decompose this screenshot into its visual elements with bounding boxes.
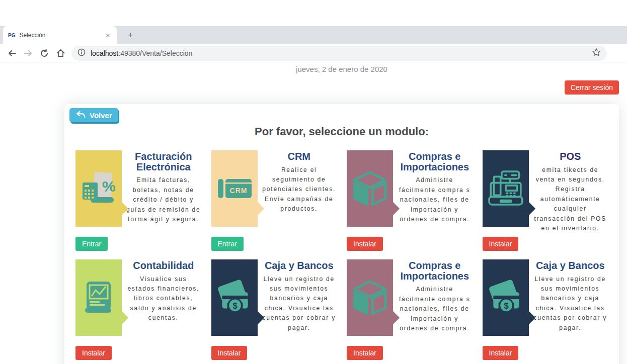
tab-close-icon[interactable]: × [104, 31, 112, 40]
svg-text:%: % [102, 178, 116, 195]
module-title: POS [533, 151, 608, 162]
new-tab-button[interactable]: + [124, 29, 137, 42]
home-icon[interactable] [52, 45, 68, 61]
url-path: :49380/Venta/Seleccion [118, 49, 192, 57]
back-icon[interactable] [4, 45, 20, 61]
module-card-facturacion: % Facturación Electrónica Emita facturas… [75, 150, 201, 251]
module-description: Visualice sus estados financieros, libro… [126, 275, 201, 323]
module-card-compras-2: Compras e Importaciones Administre fácil… [347, 259, 473, 360]
bank-card-icon: $ [483, 259, 529, 336]
logout-button[interactable]: Cerrar sesión [565, 80, 619, 95]
module-title: Caja y Bancos [262, 260, 337, 271]
module-title: Facturación Electrónica [126, 151, 201, 172]
module-description: Administre fácilmente compra s nacionale… [397, 285, 473, 333]
page-info-icon[interactable] [77, 48, 86, 58]
tab-title: Selección [19, 32, 104, 39]
page-title: Por favor, seleccione un modulo: [64, 125, 619, 138]
module-card-pos: POS emita tikects de venta en segundos. … [483, 150, 608, 251]
module-description: Realice el seguimiento de potenciales cl… [262, 165, 337, 214]
svg-text:$: $ [504, 301, 508, 310]
tab-strip: PG Selección × + [0, 26, 627, 44]
install-button[interactable]: Instalar [75, 346, 112, 360]
module-title: Compras e Importaciones [397, 151, 473, 172]
address-bar[interactable]: localhost:49380/Venta/Seleccion [71, 46, 607, 61]
module-title: CRM [262, 151, 337, 162]
module-card-compras: Compras e Importaciones Administre fácil… [347, 150, 473, 251]
module-grid: % Facturación Electrónica Emita facturas… [64, 138, 619, 360]
module-description: Emita facturas, boletas, notas de crédit… [126, 175, 201, 224]
current-date: jueves, 2 de enero de 2020 [64, 65, 619, 73]
module-description: emita tikects de venta en segundos. Regi… [533, 165, 608, 234]
site-favicon: PG [8, 33, 15, 38]
enter-button[interactable]: Entrar [75, 237, 108, 251]
invoice-calculator-icon: % [75, 150, 122, 227]
module-card-caja-2: $ Caja y Bancos Lleve un registro de sus… [483, 259, 608, 360]
module-card-crm: CRM CRM Realice el seguimiento de potenc… [211, 150, 337, 251]
cash-register-icon [483, 150, 529, 227]
module-selection-panel: Volver Por favor, seleccione un modulo: [64, 104, 619, 364]
module-title: Compras e Importaciones [397, 260, 473, 281]
back-button-label: Volver [90, 111, 112, 120]
cube-icon [347, 150, 393, 227]
bank-card-icon: $ [211, 259, 258, 336]
enter-button[interactable]: Entrar [211, 237, 244, 251]
back-button[interactable]: Volver [69, 108, 118, 122]
forward-icon[interactable] [20, 45, 36, 61]
svg-text:$: $ [232, 301, 237, 310]
install-button[interactable]: Instalar [347, 346, 383, 360]
module-description: Administre fácilmente compra s nacionale… [397, 175, 473, 224]
crm-window-icon: CRM [211, 150, 258, 227]
install-button[interactable]: Instalar [347, 237, 383, 251]
module-title: Contabilidad [126, 260, 201, 271]
url-host: localhost [91, 49, 118, 57]
bookmark-star-icon[interactable] [592, 48, 601, 59]
install-button[interactable]: Instalar [211, 346, 248, 360]
module-title: Caja y Bancos [533, 260, 608, 271]
install-button[interactable]: Instalar [483, 346, 519, 360]
install-button[interactable]: Instalar [483, 237, 519, 251]
reload-icon[interactable] [36, 45, 52, 61]
window-top-area [0, 0, 627, 26]
url-text[interactable]: localhost:49380/Venta/Seleccion [91, 49, 192, 57]
undo-arrow-icon [75, 111, 86, 120]
browser-toolbar: localhost:49380/Venta/Seleccion [0, 44, 627, 62]
module-card-caja: $ Caja y Bancos Lleve un registro de sus… [211, 259, 337, 360]
cube-icon [347, 259, 393, 336]
module-description: Lleve un registro de sus movimientos ban… [533, 275, 608, 333]
module-description: Lleve un registro de sus movimientos ban… [262, 275, 337, 333]
ledger-book-icon [75, 259, 122, 336]
browser-tab[interactable]: PG Selección × [3, 26, 117, 44]
svg-text:CRM: CRM [229, 187, 247, 195]
module-card-contabilidad: Contabilidad Visualice sus estados finan… [75, 259, 201, 360]
